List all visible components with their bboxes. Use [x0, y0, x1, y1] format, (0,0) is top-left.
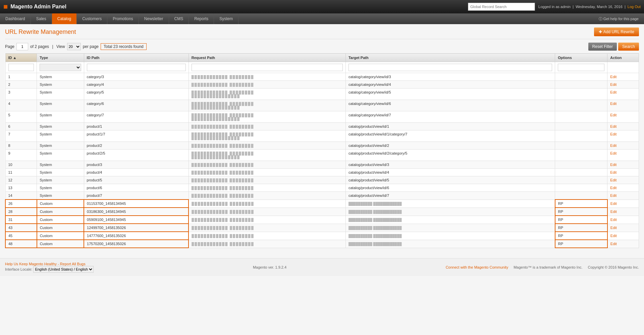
nav-catalog[interactable]: Catalog [52, 13, 77, 24]
logout-link[interactable]: Log Out [628, 5, 641, 9]
cell-target: ██████████ ████████████ [345, 200, 555, 208]
edit-link[interactable]: Edit [610, 132, 616, 136]
cell-id: 8 [5, 142, 37, 150]
cell-type: System [37, 100, 84, 111]
cell-id: 12 [5, 176, 37, 184]
locale-select[interactable]: English (United States) / English [33, 266, 94, 273]
edit-link[interactable]: Edit [610, 202, 617, 206]
edit-link[interactable]: Edit [610, 102, 616, 106]
filter-type-select[interactable]: System Custom [40, 64, 81, 71]
cell-type: System [37, 81, 84, 89]
col-header-action: Action [607, 54, 639, 62]
edit-link[interactable]: Edit [610, 170, 616, 174]
cell-id: 1 [5, 73, 37, 81]
col-header-options[interactable]: Options [555, 54, 607, 62]
edit-link[interactable]: Edit [610, 178, 616, 182]
edit-link[interactable]: Edit [610, 234, 617, 238]
cell-request: ████████████ ████████████████████████ [189, 130, 345, 142]
edit-link[interactable]: Edit [610, 186, 616, 190]
cell-request: ████████████ ████████ [189, 192, 345, 200]
table-row: 26Custom01153700_1458134945████████████ … [5, 200, 639, 208]
cell-type: System [37, 142, 84, 150]
cell-options: RP [555, 240, 607, 248]
cell-target: catalog/category/view/id/3 [345, 73, 555, 81]
cell-target: catalog/category/view/id/7 [345, 111, 555, 123]
cell-request: ████████████ ████████ [189, 224, 345, 232]
cell-request: ████████████ ████████████████████████ [189, 111, 345, 123]
cell-target: catalog/product/view/id/7 [345, 192, 555, 200]
edit-link[interactable]: Edit [610, 82, 616, 87]
edit-link[interactable]: Edit [610, 113, 616, 117]
col-header-target[interactable]: Target Path [345, 54, 555, 62]
nav-dashboard[interactable]: Dashboard [0, 13, 31, 24]
col-header-request[interactable]: Request Path [189, 54, 345, 62]
filter-id-input[interactable] [8, 64, 34, 71]
cell-target: catalog/product/view/id/2 [345, 142, 555, 150]
edit-link[interactable]: Edit [610, 75, 616, 79]
per-page-select[interactable]: 20 50 100 [67, 43, 81, 50]
edit-link[interactable]: Edit [610, 144, 616, 148]
cell-options [555, 111, 607, 123]
cell-type: System [37, 169, 84, 176]
cell-action: Edit [607, 176, 639, 184]
reset-filter-button[interactable]: Reset Filter [588, 43, 617, 51]
nav-system[interactable]: System [214, 13, 238, 24]
filter-idpath-input[interactable] [87, 64, 186, 71]
filter-request-input[interactable] [192, 64, 343, 71]
cell-options [555, 169, 607, 176]
cell-action: Edit [607, 184, 639, 192]
cell-target: catalog/product/view/id/4 [345, 169, 555, 176]
cell-action: Edit [607, 81, 639, 89]
cell-id: 48 [5, 240, 37, 248]
edit-link[interactable]: Edit [610, 210, 617, 214]
cell-idpath: product/6 [84, 184, 189, 192]
cell-options [555, 130, 607, 142]
col-header-type[interactable]: Type [37, 54, 84, 62]
nav-sales[interactable]: Sales [31, 13, 52, 24]
cell-type: System [37, 176, 84, 184]
edit-link[interactable]: Edit [610, 163, 616, 167]
edit-link[interactable]: Edit [610, 193, 616, 198]
table-row: 9Systemproduct/2/5████████████ █████████… [5, 150, 639, 161]
filter-target-input[interactable] [348, 64, 552, 71]
report-bugs-link[interactable]: Help Us Keep Magento Healthy - Report Al… [5, 262, 86, 266]
add-url-rewrite-button[interactable]: ✚ Add URL Rewrite [594, 27, 639, 36]
cell-idpath: 01153700_1458134945 [84, 200, 189, 208]
nav-customers[interactable]: Customers [77, 13, 107, 24]
edit-link[interactable]: Edit [610, 242, 617, 246]
cell-target: ██████████ ████████████ [345, 216, 555, 224]
cell-target: catalog/product/view/id/2/category/5 [345, 150, 555, 161]
edit-link[interactable]: Edit [610, 226, 617, 230]
help-link[interactable]: ⓘ Get help for this page [593, 13, 644, 24]
nav-newsletter[interactable]: Newsletter [139, 13, 169, 24]
cell-type: Custom [37, 240, 84, 248]
cell-action: Edit [607, 111, 639, 123]
edit-link[interactable]: Edit [610, 124, 616, 128]
col-header-id[interactable]: ID ▲ [5, 54, 37, 62]
cell-request: ████████████ ████████ [189, 240, 345, 248]
page-number-input[interactable] [16, 43, 28, 50]
footer-left: Help Us Keep Magento Healthy - Report Al… [5, 262, 94, 273]
cell-target: ██████████ ████████████ [345, 232, 555, 240]
url-rewrite-table: ID ▲ Type ID Path Request Path Target Pa… [5, 53, 639, 248]
global-search-input[interactable] [468, 3, 535, 11]
cell-id: 5 [5, 111, 37, 123]
search-button[interactable]: Search [618, 43, 639, 51]
col-header-idpath[interactable]: ID Path [84, 54, 189, 62]
plus-icon: ✚ [599, 30, 602, 34]
nav-cms[interactable]: CMS [169, 13, 189, 24]
nav-promotions[interactable]: Promotions [107, 13, 139, 24]
cell-action: Edit [607, 130, 639, 142]
cell-id: 7 [5, 130, 37, 142]
cell-action: Edit [607, 100, 639, 111]
edit-link[interactable]: Edit [610, 90, 616, 94]
cell-options: RP [555, 232, 607, 240]
nav-reports[interactable]: Reports [189, 13, 214, 24]
cell-idpath: product/2/5 [84, 150, 189, 161]
edit-link[interactable]: Edit [610, 151, 616, 155]
cell-request: ████████████ ████████ [189, 142, 345, 150]
edit-link[interactable]: Edit [610, 218, 617, 222]
filter-options-input[interactable] [558, 64, 604, 71]
community-link[interactable]: Connect with the Magento Community [446, 265, 508, 269]
cell-type: System [37, 73, 84, 81]
